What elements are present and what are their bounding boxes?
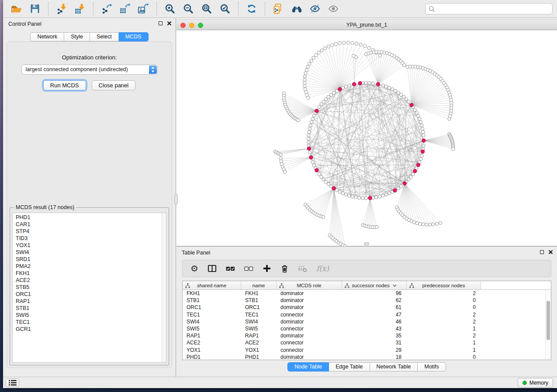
- graph-node[interactable]: [306, 65, 309, 68]
- table-row[interactable]: YOX1YOX1connector291: [183, 347, 545, 354]
- tab-network[interactable]: Network: [30, 32, 64, 41]
- table-body[interactable]: FKH1FKH1dominator962STB1STB1dominator620…: [183, 290, 545, 360]
- graph-node[interactable]: [351, 41, 354, 45]
- graph-node[interactable]: [399, 185, 402, 188]
- graph-node[interactable]: [375, 196, 378, 199]
- mcds-result-item[interactable]: TID3: [13, 235, 161, 242]
- network-window-titlebar[interactable]: YPA_prune.txt_1: [176, 20, 557, 30]
- maximize-traffic-light-icon[interactable]: [198, 23, 203, 28]
- graph-dominator-node[interactable]: [376, 83, 380, 86]
- hide-selected-button[interactable]: [308, 2, 322, 16]
- mcds-list-scrollbar[interactable]: [162, 213, 166, 362]
- mcds-result-item[interactable]: TEC1: [13, 319, 161, 326]
- graph-node[interactable]: [413, 108, 416, 111]
- graph-node[interactable]: [388, 86, 391, 89]
- graph-node[interactable]: [417, 114, 420, 117]
- graph-node[interactable]: [388, 192, 391, 195]
- deselect-all-button[interactable]: [244, 263, 253, 274]
- table-row[interactable]: ORC1ORC1dominator610: [183, 304, 545, 311]
- graph-node[interactable]: [279, 153, 282, 156]
- column-header-mcds-role[interactable]: MCDS role: [277, 281, 342, 289]
- zoom-in-button[interactable]: [163, 2, 176, 16]
- search-field[interactable]: [425, 3, 553, 14]
- clone-network-button[interactable]: [272, 2, 285, 16]
- mcds-result-item[interactable]: YOX1: [13, 242, 161, 249]
- graph-node[interactable]: [303, 81, 306, 84]
- graph-node[interactable]: [307, 134, 310, 137]
- graph-node[interactable]: [344, 193, 347, 196]
- column-header-successor-nodes[interactable]: successor nodes: [342, 281, 407, 289]
- open-session-button[interactable]: [10, 2, 23, 16]
- table-row[interactable]: SWI4SWI4dominator462: [183, 318, 545, 325]
- graph-dominator-node[interactable]: [315, 168, 318, 172]
- graph-node[interactable]: [303, 78, 306, 81]
- close-traffic-light-icon[interactable]: [180, 23, 186, 28]
- graph-dominator-node[interactable]: [421, 150, 424, 153]
- graph-dominator-node[interactable]: [315, 109, 318, 113]
- graph-node[interactable]: [418, 117, 421, 120]
- task-history-button[interactable]: [6, 378, 19, 387]
- graph-node[interactable]: [322, 216, 325, 219]
- mcds-result-item[interactable]: ORC1: [13, 291, 161, 298]
- table-scrollbar[interactable]: [545, 290, 551, 360]
- graph-node[interactable]: [448, 117, 451, 120]
- table-row[interactable]: PHD1PHD1dominator180: [183, 354, 545, 360]
- graph-dominator-node[interactable]: [358, 82, 362, 85]
- float-panel-icon[interactable]: [159, 21, 163, 25]
- graph-dominator-node[interactable]: [309, 155, 313, 159]
- table-row[interactable]: FKH1FKH1dominator962: [183, 290, 545, 297]
- graph-node[interactable]: [315, 54, 318, 57]
- float-table-panel-icon[interactable]: [540, 250, 544, 254]
- graph-node[interactable]: [391, 88, 394, 91]
- graph-node[interactable]: [338, 41, 341, 45]
- mcds-result-item[interactable]: RAP1: [13, 298, 161, 305]
- first-neighbors-button[interactable]: [290, 2, 303, 16]
- graph-node[interactable]: [432, 223, 435, 226]
- graph-node[interactable]: [422, 144, 425, 147]
- graph-node[interactable]: [351, 195, 354, 198]
- run-mcds-button[interactable]: Run MCDS: [43, 80, 86, 90]
- graph-node[interactable]: [352, 54, 355, 57]
- graph-node[interactable]: [335, 89, 338, 93]
- graph-dominator-node[interactable]: [403, 182, 406, 185]
- graph-node[interactable]: [381, 84, 384, 87]
- mcds-result-item[interactable]: SWI4: [13, 249, 161, 256]
- graph-node[interactable]: [284, 170, 287, 173]
- graph-node[interactable]: [415, 222, 419, 225]
- tab-motifs[interactable]: Motifs: [418, 362, 446, 371]
- graph-node[interactable]: [320, 49, 323, 52]
- mcds-result-item[interactable]: PHD1: [13, 214, 161, 221]
- mcds-result-item[interactable]: FKH1: [13, 270, 161, 277]
- graph-node[interactable]: [422, 223, 425, 226]
- minimize-traffic-light-icon[interactable]: [189, 23, 194, 28]
- graph-node[interactable]: [307, 141, 310, 144]
- mcds-result-item[interactable]: CAR1: [13, 221, 161, 228]
- graph-node[interactable]: [355, 42, 358, 45]
- graph-dominator-node[interactable]: [410, 103, 413, 107]
- graph-node[interactable]: [307, 96, 310, 99]
- tab-node-table[interactable]: Node Table: [287, 362, 329, 371]
- graph-node[interactable]: [348, 194, 351, 197]
- graph-node[interactable]: [312, 114, 315, 117]
- graph-node[interactable]: [397, 91, 400, 94]
- graph-dominator-node[interactable]: [368, 196, 372, 200]
- graph-node[interactable]: [421, 127, 424, 130]
- graph-dominator-node[interactable]: [416, 163, 420, 167]
- graph-node[interactable]: [394, 89, 397, 93]
- graph-node[interactable]: [303, 85, 306, 88]
- graph-node[interactable]: [397, 187, 400, 190]
- table-settings-button[interactable]: ⚙: [190, 263, 198, 274]
- horizontal-splitter-handle[interactable]: [364, 242, 369, 245]
- graph-node[interactable]: [378, 195, 381, 198]
- graph-node[interactable]: [323, 47, 326, 50]
- refresh-button[interactable]: [245, 2, 258, 16]
- add-column-button[interactable]: [263, 263, 271, 274]
- graph-node[interactable]: [312, 164, 315, 167]
- graph-node[interactable]: [308, 127, 311, 130]
- graph-dominator-node[interactable]: [332, 186, 336, 190]
- graph-dominator-node[interactable]: [338, 87, 342, 91]
- graph-node[interactable]: [297, 119, 300, 122]
- graph-node[interactable]: [318, 172, 321, 175]
- function-builder-button[interactable]: f(x): [316, 263, 329, 274]
- tab-select[interactable]: Select: [90, 32, 119, 41]
